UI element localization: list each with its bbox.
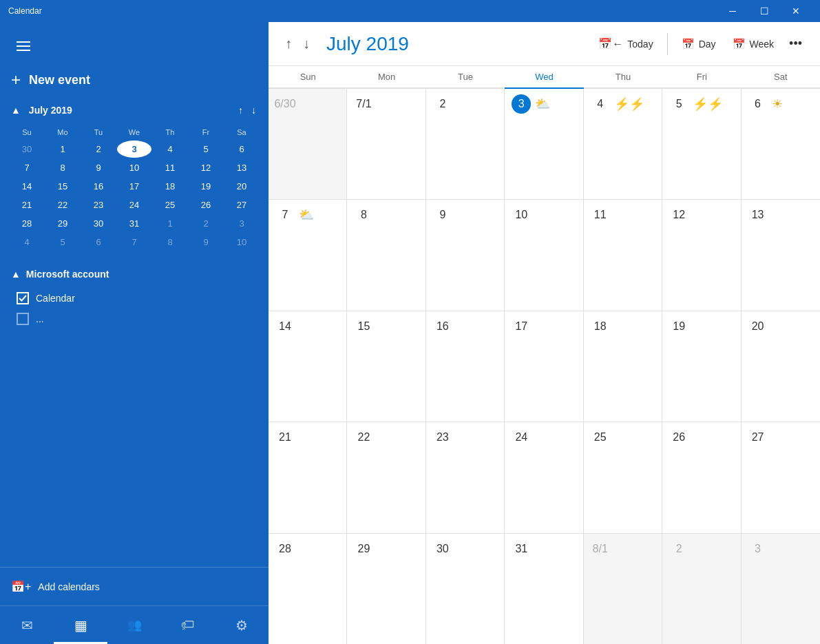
cal-cell[interactable]: 6☀ bbox=[742, 89, 820, 199]
cal-cell[interactable]: 23 bbox=[426, 422, 505, 532]
cal-cell[interactable]: 14 bbox=[269, 311, 347, 422]
cal-cell[interactable]: 21 bbox=[269, 422, 347, 532]
cal-cell[interactable]: 2 bbox=[662, 534, 741, 644]
cal-cell[interactable]: 10 bbox=[505, 200, 583, 310]
calendar-item-2[interactable]: ... bbox=[11, 309, 257, 329]
mini-cal-day[interactable]: 6 bbox=[224, 141, 259, 158]
mini-cal-day[interactable]: 30 bbox=[10, 141, 44, 158]
mini-cal-day[interactable]: 20 bbox=[224, 178, 259, 195]
mini-cal-expand-button[interactable]: ▲ bbox=[8, 102, 23, 118]
mini-cal-day[interactable]: 28 bbox=[10, 215, 44, 232]
mini-cal-day[interactable]: 26 bbox=[189, 196, 223, 214]
mini-cal-day[interactable]: 11 bbox=[153, 159, 187, 176]
mini-cal-day[interactable]: 13 bbox=[224, 159, 259, 176]
cal-cell[interactable]: 16 bbox=[426, 311, 505, 422]
cal-cell[interactable]: 7/1 bbox=[347, 89, 425, 199]
mini-cal-day[interactable]: 21 bbox=[10, 196, 44, 214]
mini-cal-day[interactable]: 3 bbox=[117, 141, 151, 158]
nav-mail[interactable]: ✉ bbox=[0, 606, 54, 644]
mini-cal-day[interactable]: 22 bbox=[45, 196, 80, 214]
cal-cell[interactable]: 2 bbox=[426, 89, 505, 199]
cal-cell[interactable]: 7⛅ bbox=[269, 200, 347, 310]
mini-cal-day[interactable]: 16 bbox=[81, 178, 116, 195]
cal-cell[interactable]: 20 bbox=[742, 311, 820, 422]
nav-tasks[interactable]: 🏷 bbox=[161, 606, 215, 644]
mini-cal-day[interactable]: 18 bbox=[153, 178, 187, 195]
mini-cal-day[interactable]: 4 bbox=[153, 141, 187, 158]
cal-prev-button[interactable]: ↑ bbox=[280, 32, 297, 56]
mini-cal-day[interactable]: 15 bbox=[45, 178, 80, 195]
mini-cal-day[interactable]: 4 bbox=[10, 233, 44, 251]
mini-cal-day[interactable]: 9 bbox=[81, 159, 116, 176]
mini-cal-day[interactable]: 3 bbox=[224, 215, 259, 232]
add-calendars-button[interactable]: 📅+ Add calendars bbox=[11, 576, 257, 597]
nav-calendar[interactable]: ▦ bbox=[54, 606, 107, 644]
cal-day-button[interactable]: 📅 Day bbox=[673, 34, 724, 54]
hamburger-button[interactable] bbox=[11, 36, 36, 56]
cal-cell[interactable]: 28 bbox=[269, 534, 347, 644]
cal-cell[interactable]: 24 bbox=[505, 422, 583, 532]
cal-cell[interactable]: 22 bbox=[347, 422, 425, 532]
mini-cal-day[interactable]: 31 bbox=[117, 215, 151, 232]
mini-cal-day[interactable]: 8 bbox=[153, 233, 187, 251]
mini-cal-day[interactable]: 2 bbox=[81, 141, 116, 158]
mini-cal-day[interactable]: 5 bbox=[45, 233, 80, 251]
mini-cal-next-button[interactable]: ↓ bbox=[247, 102, 260, 118]
mini-cal-day[interactable]: 25 bbox=[153, 196, 187, 214]
cal-cell[interactable]: 29 bbox=[347, 534, 425, 644]
cal-cell[interactable]: 8/1 bbox=[584, 534, 662, 644]
mini-cal-day[interactable]: 10 bbox=[224, 233, 259, 251]
mini-cal-day[interactable]: 12 bbox=[189, 159, 223, 176]
nav-settings[interactable]: ⚙ bbox=[215, 606, 269, 644]
cal-cell[interactable]: 12 bbox=[662, 200, 741, 310]
cal-cell[interactable]: 6/30 bbox=[269, 89, 347, 199]
calendar-item[interactable]: Calendar bbox=[11, 288, 257, 309]
cal-cell[interactable]: 11 bbox=[584, 200, 662, 310]
cal-cell[interactable]: 30 bbox=[426, 534, 505, 644]
mini-cal-day[interactable]: 7 bbox=[10, 159, 44, 176]
mini-cal-day[interactable]: 19 bbox=[189, 178, 223, 195]
mini-cal-day[interactable]: 5 bbox=[189, 141, 223, 158]
cal-cell[interactable]: 27 bbox=[742, 422, 820, 532]
cal-cell[interactable]: 4⚡⚡ bbox=[584, 89, 662, 199]
mini-cal-day[interactable]: 9 bbox=[189, 233, 223, 251]
mini-cal-day[interactable]: 14 bbox=[10, 178, 44, 195]
cal-cell[interactable]: 31 bbox=[505, 534, 583, 644]
cal-next-button[interactable]: ↓ bbox=[297, 32, 315, 56]
cal-more-button[interactable]: ••• bbox=[782, 32, 809, 55]
mini-cal-day[interactable]: 6 bbox=[81, 233, 116, 251]
cal-cell[interactable]: 5⚡⚡ bbox=[662, 89, 741, 199]
mini-cal-day[interactable]: 2 bbox=[189, 215, 223, 232]
cal-cell[interactable]: 8 bbox=[347, 200, 425, 310]
minimize-button[interactable]: ─ bbox=[717, 0, 748, 22]
cal-week-button[interactable]: 📅 Week bbox=[724, 34, 783, 54]
cal-cell[interactable]: 25 bbox=[584, 422, 662, 532]
close-button[interactable]: ✕ bbox=[780, 0, 812, 22]
cal-cell[interactable]: 15 bbox=[347, 311, 425, 422]
cal-cell[interactable]: 18 bbox=[584, 311, 662, 422]
mini-cal-day[interactable]: 1 bbox=[45, 141, 80, 158]
cal-cell[interactable]: 19 bbox=[662, 311, 741, 422]
cal-cell[interactable]: 3⛅ bbox=[505, 89, 583, 199]
cal-cell[interactable]: 9 bbox=[426, 200, 505, 310]
mini-cal-day[interactable]: 1 bbox=[153, 215, 187, 232]
mini-cal-day[interactable]: 24 bbox=[117, 196, 151, 214]
cal-cell[interactable]: 26 bbox=[662, 422, 741, 532]
maximize-button[interactable]: ☐ bbox=[748, 0, 780, 22]
mini-cal-day[interactable]: 23 bbox=[81, 196, 116, 214]
mini-cal-prev-button[interactable]: ↑ bbox=[234, 102, 247, 118]
mini-cal-day[interactable]: 8 bbox=[45, 159, 80, 176]
mini-cal-day[interactable]: 27 bbox=[224, 196, 259, 214]
new-event-button[interactable]: + New event bbox=[0, 63, 269, 96]
account-header[interactable]: ▲ Microsoft account bbox=[11, 269, 257, 280]
cal-cell[interactable]: 3 bbox=[742, 534, 820, 644]
cal-cell[interactable]: 13 bbox=[742, 200, 820, 310]
nav-people[interactable]: 👥 bbox=[107, 606, 161, 644]
mini-cal-day[interactable]: 30 bbox=[81, 215, 116, 232]
mini-cal-day[interactable]: 7 bbox=[117, 233, 151, 251]
cal-cell[interactable]: 17 bbox=[505, 311, 583, 422]
mini-cal-day[interactable]: 29 bbox=[45, 215, 80, 232]
mini-cal-day[interactable]: 17 bbox=[117, 178, 151, 195]
cal-today-button[interactable]: 📅← Today bbox=[590, 33, 661, 54]
mini-cal-day[interactable]: 10 bbox=[117, 159, 151, 176]
